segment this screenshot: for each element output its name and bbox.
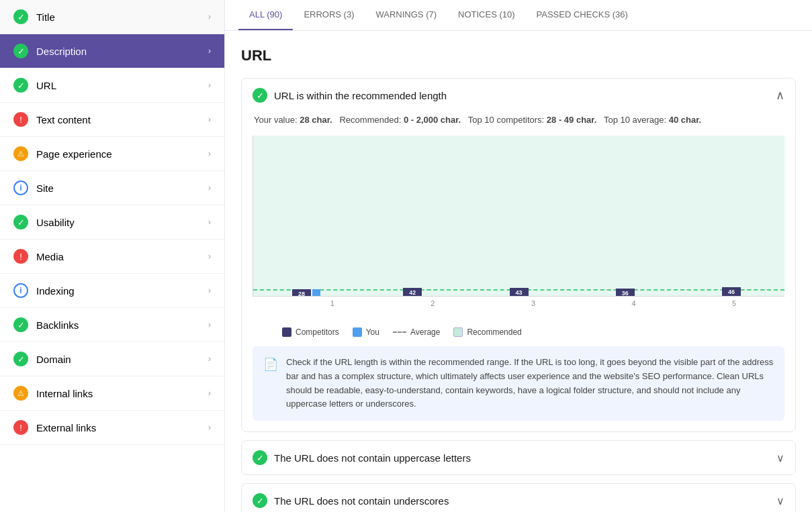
check-header-underscores[interactable]: ✓ The URL does not contain underscores ∨ <box>242 484 795 512</box>
sidebar-item-domain[interactable]: ✓ Domain › <box>0 342 224 376</box>
chevron-icon-text-content: › <box>208 115 211 124</box>
check-title-area: ✓ URL is within the recommended length <box>253 88 447 103</box>
content-area: URL ✓ URL is within the recommended leng… <box>225 31 812 512</box>
bar-group-5: 46 <box>678 287 784 296</box>
legend-average: Average <box>393 327 440 337</box>
icon-error-external-links: ! <box>13 420 28 435</box>
bar-dark-4: 36 <box>616 289 635 296</box>
check-uppercase: ✓ The URL does not contain uppercase let… <box>241 440 796 475</box>
sidebar-item-internal-links[interactable]: ⚠ Internal links › <box>0 376 224 411</box>
sidebar-item-title[interactable]: ✓ Title › <box>0 0 224 34</box>
sidebar-item-label-description: Description <box>36 46 87 57</box>
check-header-uppercase[interactable]: ✓ The URL does not contain uppercase let… <box>242 441 795 474</box>
bar-dark-2: 42 <box>403 288 422 296</box>
tab-notices[interactable]: NOTICES (10) <box>447 0 526 30</box>
sidebar-item-external-links[interactable]: ! External links › <box>0 411 224 445</box>
main-content: ALL (90)ERRORS (3)WARNINGS (7)NOTICES (1… <box>225 0 812 512</box>
sidebar-item-label-media: Media <box>36 251 64 262</box>
bar-group-4: 36 <box>572 289 678 296</box>
check-header-url-length[interactable]: ✓ URL is within the recommended length ∧ <box>242 79 795 112</box>
sidebar-item-label-site: Site <box>36 183 54 194</box>
collapse-icon: ∧ <box>776 88 784 103</box>
info-box: 📄 Check if the URL length is within the … <box>253 346 784 421</box>
sidebar: ✓ Title › ✓ Description › ✓ URL › ! Text… <box>0 0 225 512</box>
sidebar-item-indexing[interactable]: i Indexing › <box>0 274 224 308</box>
sidebar-item-media[interactable]: ! Media › <box>0 240 224 274</box>
icon-info-site: i <box>13 181 28 195</box>
chevron-icon-site: › <box>208 183 211 193</box>
page-title: URL <box>241 47 796 64</box>
legend-you-swatch <box>353 327 362 337</box>
check-status-icon: ✓ <box>253 88 267 103</box>
sidebar-item-label-external-links: External links <box>36 422 96 433</box>
tab-errors[interactable]: ERRORS (3) <box>293 0 365 30</box>
chevron-icon-indexing: › <box>208 286 211 295</box>
legend-recommended: Recommended <box>453 327 521 337</box>
chevron-icon-media: › <box>208 252 211 261</box>
check-underscores: ✓ The URL does not contain underscores ∨ <box>241 483 796 512</box>
icon-warn-internal-links: ⚠ <box>13 386 28 401</box>
check-status-icon-2: ✓ <box>253 450 267 465</box>
legend-competitors-swatch <box>282 327 291 337</box>
sidebar-item-usability[interactable]: ✓ Usability › <box>0 205 224 240</box>
tab-passed[interactable]: PASSED CHECKS (36) <box>526 0 639 30</box>
chart-plot-area: 28 42 <box>253 136 784 297</box>
sidebar-item-label-backlinks: Backlinks <box>36 319 79 331</box>
x-axis: 1 2 3 4 5 <box>282 297 784 307</box>
sidebar-item-label-text-content: Text content <box>36 114 91 125</box>
legend-you: You <box>353 327 379 337</box>
icon-check-description: ✓ <box>13 44 28 58</box>
legend-average-line <box>393 331 406 333</box>
chevron-icon-internal-links: › <box>208 389 211 398</box>
collapse-icon-3: ∨ <box>776 495 784 507</box>
collapse-icon-2: ∨ <box>776 452 784 464</box>
chevron-icon-external-links: › <box>208 423 211 432</box>
sidebar-item-label-usability: Usability <box>36 217 75 228</box>
icon-error-media: ! <box>13 249 28 264</box>
chart-container: 2000 1500 1000 500 0 <box>253 136 784 317</box>
chevron-icon-domain: › <box>208 354 211 364</box>
legend-recommended-rect <box>453 327 463 337</box>
check-status-icon-3: ✓ <box>253 493 267 508</box>
bar-dark-3: 43 <box>510 288 529 296</box>
info-text: Check if the URL length is within the re… <box>286 356 774 411</box>
sidebar-item-description[interactable]: ✓ Description › <box>0 34 224 68</box>
tab-warnings[interactable]: WARNINGS (7) <box>365 0 448 30</box>
icon-check-domain: ✓ <box>13 352 28 366</box>
icon-check-url: ✓ <box>13 78 28 93</box>
check-url-length: ✓ URL is within the recommended length ∧… <box>241 78 796 432</box>
icon-warn-page-experience: ⚠ <box>13 146 28 161</box>
bar-blue-1 <box>312 289 320 296</box>
sidebar-item-backlinks[interactable]: ✓ Backlinks › <box>0 308 224 342</box>
bar-group-3: 43 <box>465 288 572 296</box>
sidebar-item-url[interactable]: ✓ URL › <box>0 68 224 103</box>
bars-container: 28 42 <box>253 136 784 296</box>
tabs-bar: ALL (90)ERRORS (3)WARNINGS (7)NOTICES (1… <box>225 0 812 31</box>
sidebar-item-label-domain: Domain <box>36 354 71 365</box>
chevron-icon-usability: › <box>208 217 211 227</box>
chevron-icon-url: › <box>208 81 211 90</box>
bar-group-2: 42 <box>359 288 465 296</box>
sidebar-item-label-page-experience: Page experience <box>36 148 112 160</box>
sidebar-item-site[interactable]: i Site › <box>0 171 224 205</box>
icon-error-text-content: ! <box>13 112 28 127</box>
icon-check-usability: ✓ <box>13 215 28 229</box>
icon-check-title: ✓ <box>13 9 28 24</box>
check-title-area-3: ✓ The URL does not contain underscores <box>253 493 449 508</box>
sidebar-item-label-indexing: Indexing <box>36 285 75 297</box>
chevron-icon-page-experience: › <box>208 149 211 158</box>
sidebar-item-text-content[interactable]: ! Text content › <box>0 103 224 137</box>
chevron-icon-description: › <box>208 46 211 56</box>
tab-all[interactable]: ALL (90) <box>238 0 293 30</box>
sidebar-item-label-url: URL <box>36 80 56 91</box>
icon-check-backlinks: ✓ <box>13 317 28 332</box>
sidebar-item-page-experience[interactable]: ⚠ Page experience › <box>0 137 224 171</box>
icon-info-indexing: i <box>13 283 28 298</box>
check-title-text-2: The URL does not contain uppercase lette… <box>274 452 471 464</box>
bar-dark-1: 28 <box>292 289 311 296</box>
check-title-text-3: The URL does not contain underscores <box>274 495 449 507</box>
stats-line: Your value: 28 char. Recommended: 0 - 2,… <box>253 115 784 125</box>
check-title-area-2: ✓ The URL does not contain uppercase let… <box>253 450 471 465</box>
check-body: Your value: 28 char. Recommended: 0 - 2,… <box>242 115 795 431</box>
legend-competitors: Competitors <box>282 327 339 337</box>
